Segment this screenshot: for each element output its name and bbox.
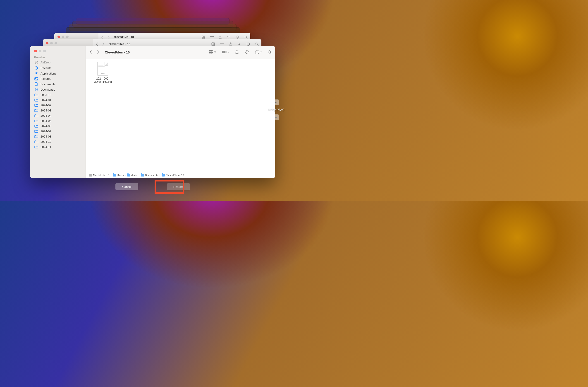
back-button[interactable] [89, 50, 92, 54]
sidebar-item-label: 2024-07 [41, 130, 51, 133]
folder-icon [34, 114, 38, 117]
svg-rect-4 [210, 36, 214, 37]
sidebar-item-downloads[interactable]: Downloads [32, 87, 83, 92]
svg-rect-12 [212, 43, 213, 44]
svg-rect-34 [211, 52, 213, 54]
sidebar-item-pictures[interactable]: Pictures [32, 76, 83, 81]
sidebar-item-2024-08[interactable]: 2024-08 [32, 134, 83, 139]
sidebar-item-2024-01[interactable]: 2024-01 [32, 97, 83, 103]
svg-point-8 [237, 37, 238, 38]
svg-point-23 [256, 43, 258, 45]
folder-icon [34, 99, 38, 101]
more-button[interactable] [255, 50, 262, 54]
sidebar-item-label: 2024-06 [41, 124, 51, 128]
restore-button[interactable]: Restore [167, 183, 190, 190]
sidebar-item-2024-06[interactable]: 2024-06 [32, 123, 83, 129]
svg-rect-2 [202, 37, 203, 39]
apps-icon [34, 72, 38, 75]
maximize-button[interactable] [43, 50, 46, 52]
stacked-title: CleverFiles - 10 [114, 36, 134, 39]
svg-rect-32 [211, 50, 213, 52]
timeline-up-button[interactable] [273, 99, 279, 105]
clock-icon [34, 66, 38, 70]
svg-rect-15 [213, 45, 214, 46]
sidebar-item-airdrop[interactable]: AirDrop [32, 60, 83, 65]
svg-rect-14 [212, 45, 213, 46]
path-segment[interactable]: Macintosh HD [89, 174, 109, 177]
minimize-button[interactable] [39, 50, 42, 52]
sidebar-item-label: Recents [41, 66, 51, 70]
folder-icon [113, 174, 116, 177]
forward-button[interactable] [97, 50, 99, 54]
path-segment[interactable]: Documents [141, 174, 158, 177]
svg-point-29 [35, 78, 36, 79]
close-button[interactable] [34, 50, 37, 52]
sidebar-item-label: Documents [41, 83, 55, 86]
path-label: CleverFiles - 10 [166, 174, 184, 177]
svg-point-47 [258, 52, 258, 53]
folder-icon [34, 104, 38, 107]
svg-rect-38 [226, 51, 227, 52]
path-separator-icon: › [125, 174, 126, 176]
sidebar-item-2023-12[interactable]: 2023-12 [32, 92, 83, 97]
svg-rect-13 [213, 43, 214, 44]
sidebar-item-applications[interactable]: Applications [32, 71, 83, 76]
search-button[interactable] [268, 50, 272, 54]
view-icon-button[interactable] [209, 50, 216, 54]
path-bar[interactable]: Macintosh HD›Users›david›Documents›Cleve… [86, 172, 275, 178]
tags-button[interactable] [245, 50, 249, 54]
cancel-button[interactable]: Cancel [115, 183, 138, 190]
stacked-title: CleverFiles - 10 [109, 42, 130, 46]
timeline-label: Today (Now) [266, 108, 286, 111]
sidebar-item-2024-10[interactable]: 2024-10 [32, 139, 83, 144]
sidebar-item-label: 2024-04 [41, 114, 51, 117]
svg-rect-35 [222, 51, 223, 52]
sidebar-item-label: AirDrop [41, 61, 50, 64]
path-segment[interactable]: CleverFiles - 10 [162, 174, 184, 177]
sidebar-item-2024-11[interactable]: 2024-11 [32, 144, 83, 150]
folder-icon [127, 174, 130, 177]
folder-icon [34, 135, 38, 138]
svg-point-43 [246, 51, 247, 51]
window-title: CleverFiles - 10 [105, 50, 130, 54]
folder-icon [141, 174, 144, 177]
sidebar-item-2024-05[interactable]: 2024-05 [32, 118, 83, 123]
path-segment[interactable]: david [127, 174, 138, 177]
path-separator-icon: › [139, 174, 139, 176]
file-name: 2024_009-clever_files.pdf [90, 77, 115, 83]
sidebar-item-documents[interactable]: Documents [32, 81, 83, 87]
time-machine-nav: Today (Now) [266, 99, 286, 123]
sidebar-item-2024-03[interactable]: 2024-03 [32, 108, 83, 113]
folder-icon [34, 109, 38, 112]
svg-rect-37 [224, 51, 225, 52]
sidebar-item-2024-07[interactable]: 2024-07 [32, 129, 83, 134]
svg-rect-39 [222, 52, 223, 53]
path-label: david [131, 174, 138, 177]
path-label: Macintosh HD [93, 174, 109, 177]
file-item[interactable]: PDF 2024_009-clever_files.pdf [90, 62, 115, 83]
svg-rect-3 [204, 37, 205, 39]
sidebar-item-label: 2024-01 [41, 98, 51, 102]
folder-icon [34, 119, 38, 122]
sidebar-item-2024-02[interactable]: 2024-02 [32, 103, 83, 108]
close-icon [58, 36, 60, 38]
sidebar-item-label: 2024-03 [41, 109, 51, 112]
doc-icon [34, 82, 38, 86]
sidebar-item-label: 2024-11 [41, 145, 51, 149]
file-content-area[interactable]: PDF 2024_009-clever_files.pdf [86, 58, 275, 172]
minimize-icon [62, 36, 64, 38]
svg-rect-0 [202, 36, 203, 37]
folder-icon [34, 93, 38, 96]
svg-rect-1 [204, 36, 205, 37]
share-button[interactable] [235, 50, 239, 54]
svg-rect-16 [220, 43, 224, 44]
sidebar-item-recents[interactable]: Recents [32, 65, 83, 71]
path-segment[interactable]: Users [113, 174, 124, 177]
sidebar-item-2024-04[interactable]: 2024-04 [32, 113, 83, 118]
sidebar-item-label: 2024-10 [41, 140, 51, 143]
svg-rect-18 [220, 45, 224, 45]
timeline-down-button[interactable] [273, 114, 279, 120]
sidebar-item-label: 2024-08 [41, 135, 51, 138]
group-button[interactable] [222, 50, 229, 54]
sidebar-scroll[interactable]: Favorites AirDropRecentsApplicationsPict… [30, 55, 85, 150]
